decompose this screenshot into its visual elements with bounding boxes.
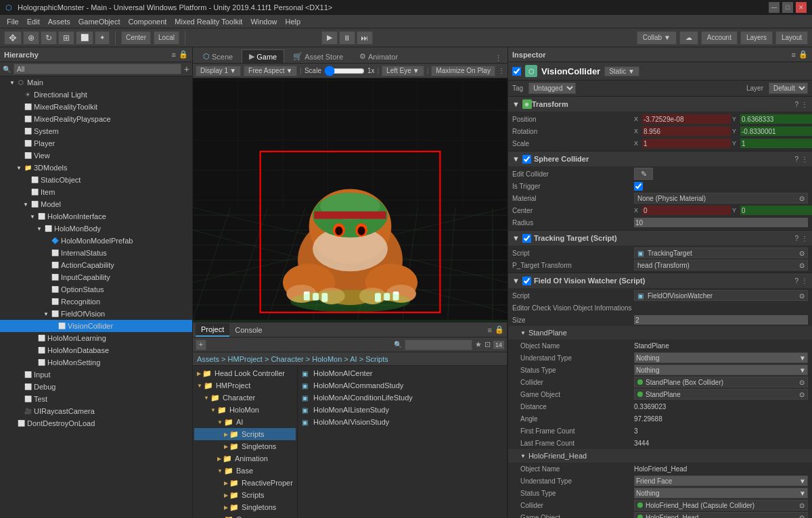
is-trigger-checkbox[interactable] [634,182,643,191]
p-target-ref-icon[interactable]: ⊙ [799,262,805,269]
display-select[interactable]: Display 1 ▼ [196,66,241,76]
tree-item[interactable]: ⬜ActionCapability [0,259,192,271]
local-toggle[interactable]: Local [154,31,179,45]
scale-x-input[interactable] [642,139,731,148]
menu-component[interactable]: Component [124,18,171,26]
scale-slider[interactable] [324,68,365,74]
layer-select[interactable]: Default [769,83,808,94]
tree-item[interactable]: ⬜VisionCollider [0,320,192,332]
menu-window[interactable]: Window [246,18,281,26]
holofriend-collider-ref[interactable]: HoloFriend_Head (Capsule Collider) ⊙ [634,500,808,511]
collab-button[interactable]: Collab ▼ [637,31,677,45]
pos-x-input[interactable] [642,114,731,124]
project-options-icon[interactable]: ⊡ [484,340,491,349]
rot-y-input[interactable] [740,126,812,136]
tracking-script-ref[interactable]: ▣ TrackingTarget ⊙ [634,248,808,258]
cloud-button[interactable]: ☁ [679,31,698,45]
close-button[interactable]: ✕ [796,2,807,13]
holofriend-gameobj-ref-icon[interactable]: ⊙ [799,514,805,519]
project-tree-item[interactable]: ▼📁Character [194,392,296,404]
project-tree-item[interactable]: ▶📁Scripts [194,428,296,440]
standplane-header[interactable]: ▼ StandPlane [508,326,812,339]
project-tree-item[interactable]: ▼📁HMProject [194,379,296,392]
tab-animator[interactable]: ⚙ Animator [352,49,405,63]
pause-button[interactable]: ⏸ [339,31,355,45]
project-tree-item[interactable]: ▼📁Common [194,513,296,518]
tree-item[interactable]: ⬜View [0,149,192,162]
project-tree-item[interactable]: ▶📁Singletons [194,501,296,513]
tree-item[interactable]: ▼⬜HoloMonBody [0,222,192,235]
pos-y-input[interactable] [740,114,812,124]
tree-item[interactable]: ⬜MixedRealityToolkit [0,101,192,113]
tree-item[interactable]: ⬜MixedRealityPlayspace [0,113,192,125]
holofriend-collider-ref-icon[interactable]: ⊙ [799,502,805,509]
cy-input[interactable] [740,206,812,215]
static-button[interactable]: Static ▼ [604,66,639,76]
tree-item[interactable]: ⬜Test [0,393,192,405]
tag-select[interactable]: Untagged [528,83,576,94]
project-tree-item[interactable]: ▼📁Base [194,465,296,477]
standplane-status-select[interactable]: Nothing ▼ [634,364,808,375]
tree-item[interactable]: ⬜InternalStatus [0,247,192,259]
hierarchy-search-input[interactable] [14,64,181,74]
cx-input[interactable] [642,206,731,215]
project-tree-item[interactable]: ▶📁Head Look Controller [194,367,296,379]
tree-item[interactable]: ⬜Debug [0,381,192,393]
tab-scene[interactable]: ⬡ Scene [196,49,240,63]
project-file-item[interactable]: ▣HoloMonAIConditionLifeStudy [299,392,505,404]
play-button[interactable]: ▶ [321,31,338,45]
fov-script-ref-icon[interactable]: ⊙ [799,292,805,300]
menu-edit[interactable]: Edit [23,18,44,26]
sphere-settings-icon[interactable]: ⋮ [801,156,808,163]
standplane-collider-ref-icon[interactable]: ⊙ [799,379,805,386]
tabs-menu-icon[interactable]: ⋮ [492,54,505,63]
fov-script-ref[interactable]: ▣ FieldOfVisionWatcher ⊙ [634,290,808,301]
menu-help[interactable]: Help [281,18,305,26]
tree-item[interactable]: ☀Directional Light [0,89,192,101]
project-file-item[interactable]: ▣HoloMonAICommandStudy [299,379,505,392]
tree-item[interactable]: ⬜OptionStatus [0,283,192,296]
tab-console[interactable]: Console [229,323,267,337]
holofriend-status-select[interactable]: Nothing ▼ [634,488,808,498]
tree-item[interactable]: ⬜System [0,125,192,137]
tracking-target-header[interactable]: ▼ Tracking Target (Script) ? ⋮ [508,231,812,245]
project-search-input[interactable] [405,339,472,350]
material-ref-icon[interactable]: ⊙ [799,195,805,202]
tree-item[interactable]: ⬜Input [0,369,192,381]
tree-item[interactable]: ⬜InputCapability [0,271,192,283]
layout-button[interactable]: Layout [775,31,808,45]
holofriend-understand-select[interactable]: Friend Face ▼ [634,475,808,486]
tree-item[interactable]: ⬜DontDestroyOnLoad [0,417,192,429]
tree-item[interactable]: ⬜Item [0,186,192,198]
standplane-gameobj-ref[interactable]: StandPlane ⊙ [634,389,808,400]
project-tree-item[interactable]: ▼📁HoloMon [194,404,296,416]
material-ref[interactable]: None (Physic Material) ⊙ [634,193,808,204]
tree-item[interactable]: 🔷HoloMonModelPrefab [0,235,192,247]
step-button[interactable]: ⏭ [357,31,373,45]
field-of-vision-header[interactable]: ▼ Field Of Vision Watcher (Script) ? ⋮ [508,273,812,288]
tracking-settings-icon[interactable]: ⋮ [801,235,808,242]
fov-checkbox[interactable] [522,277,531,285]
p-target-ref[interactable]: head (Transform) ⊙ [634,260,808,270]
project-tree-item[interactable]: ▼📁AI [194,416,296,428]
sphere-info-icon[interactable]: ? [794,156,798,163]
edit-collider-button[interactable]: ✎ [634,168,653,180]
rect-tool[interactable]: ⬜ [76,31,93,45]
project-lock-icon[interactable]: 🔒 [495,325,504,334]
hierarchy-add-icon[interactable]: + [184,64,189,74]
radius-input[interactable] [634,218,808,227]
tree-item[interactable]: ⬜HoloMonLearning [0,332,192,344]
scale-tool[interactable]: ⊞ [58,31,74,45]
transform-all-tool[interactable]: ✦ [95,31,110,45]
transform-header[interactable]: ▼ ⊕ Transform ? ⋮ [508,97,812,112]
standplane-understand-select[interactable]: Nothing ▼ [634,352,808,363]
tree-item[interactable]: ▼⬜HoloMonInterface [0,210,192,222]
sphere-collider-header[interactable]: ▼ Sphere Collider ? ⋮ [508,151,812,166]
inspector-lock-icon[interactable]: 🔒 [798,50,808,59]
project-file-item[interactable]: ▣HoloMonAIVisionStudy [299,416,505,428]
tab-game[interactable]: ▶ Game [242,49,284,63]
project-tree-item[interactable]: ▶📁Singletons [194,440,296,452]
minimize-button[interactable]: — [769,2,780,13]
fov-settings-icon[interactable]: ⋮ [801,277,808,285]
hierarchy-menu-icon[interactable]: ≡ [172,51,176,59]
